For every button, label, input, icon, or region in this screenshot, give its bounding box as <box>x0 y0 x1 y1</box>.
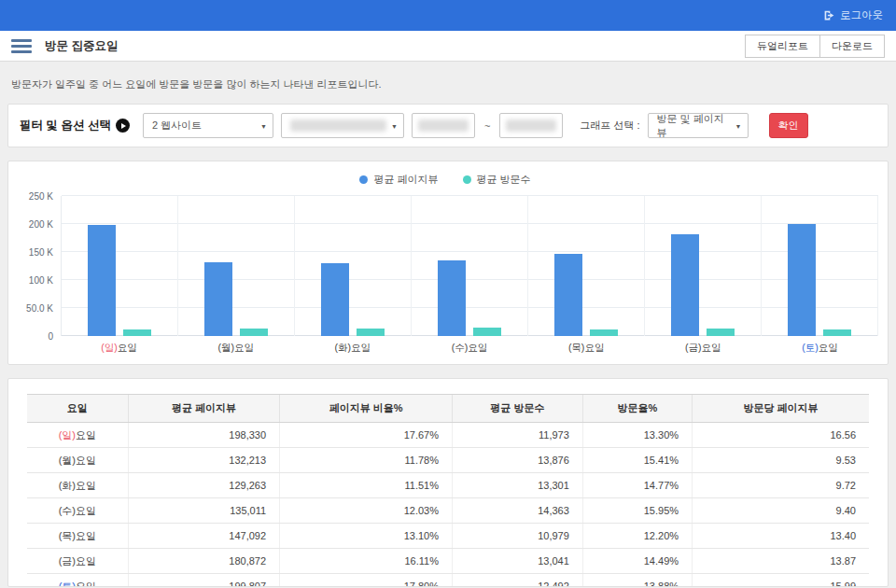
graph-type-select[interactable]: 방문 및 페이지뷰 ▼ <box>648 113 749 138</box>
day-cell: (금)요일 <box>27 549 128 574</box>
legend-dot-icon <box>359 175 368 184</box>
value-cell: 13.88% <box>582 574 692 588</box>
value-cell: 14.77% <box>582 473 692 498</box>
day-cell: (월)요일 <box>27 448 128 473</box>
bar-pageviews <box>204 262 232 336</box>
value-cell: 15.41% <box>582 448 692 473</box>
site-detail-select[interactable]: ▼ <box>281 113 404 138</box>
value-cell: 10,979 <box>453 524 583 549</box>
logout-button[interactable]: 로그아웃 <box>823 8 883 22</box>
legend-item[interactable]: 평균 페이지뷰 <box>359 173 438 187</box>
bar-visits <box>590 329 618 336</box>
logout-label: 로그아웃 <box>840 8 883 22</box>
value-cell: 11.78% <box>280 448 453 473</box>
value-cell: 15.95% <box>582 498 692 524</box>
bar-group <box>528 196 645 336</box>
bar-group <box>178 196 295 336</box>
day-cell: (토)요일 <box>27 574 128 588</box>
confirm-button[interactable]: 확인 <box>769 113 808 138</box>
column-header: 페이지뷰 비율% <box>280 395 453 423</box>
value-cell: 13.10% <box>280 524 453 549</box>
table-card: 요일평균 페이지뷰페이지뷰 비율%평균 방문수방문율%방문당 페이지뷰 (일)요… <box>7 378 889 587</box>
value-cell: 14,363 <box>453 498 583 524</box>
arrow-right-circle-icon <box>116 119 130 133</box>
download-button[interactable]: 다운로드 <box>819 35 885 58</box>
website-select[interactable]: 2 웹사이트 ▼ <box>143 113 273 138</box>
chart-card: 평균 페이지뷰평균 방문수 050.0 K100 K150 K200 K250 … <box>7 161 889 365</box>
bar-visits <box>473 328 501 336</box>
bar-groups <box>62 196 878 336</box>
y-axis: 050.0 K100 K150 K200 K250 K <box>12 196 61 336</box>
day-cell: (수)요일 <box>27 498 128 524</box>
bar-group <box>645 196 762 336</box>
top-navbar: 로그아웃 <box>0 0 896 31</box>
page-title: 방문 집중요일 <box>45 38 118 54</box>
bar-visits <box>123 329 151 336</box>
value-cell: 13,301 <box>453 473 583 498</box>
legend-item[interactable]: 평균 방문수 <box>463 173 531 187</box>
redacted-value <box>290 119 386 132</box>
y-axis-tick: 50.0 K <box>26 303 53 314</box>
bar-group <box>762 196 878 336</box>
table-row: (일)요일198,33017.67%11,97313.30%16.56 <box>27 423 869 448</box>
chevron-down-icon: ▼ <box>391 122 398 129</box>
table-row: (수)요일135,01112.03%14,36315.95%9.40 <box>27 498 869 524</box>
y-axis-tick: 150 K <box>29 247 53 258</box>
x-axis-label: (수)요일 <box>411 342 527 355</box>
date-end-input[interactable] <box>499 113 563 138</box>
bar-chart: 050.0 K100 K150 K200 K250 K <box>12 196 878 336</box>
value-cell: 12,492 <box>453 574 583 588</box>
column-header: 요일 <box>27 395 128 423</box>
table-row: (화)요일129,26311.51%13,30114.77%9.72 <box>27 473 869 498</box>
value-cell: 147,092 <box>128 524 279 549</box>
table-header-row: 요일평균 페이지뷰페이지뷰 비율%평균 방문수방문율%방문당 페이지뷰 <box>27 395 869 423</box>
filter-options-label: 필터 및 옵션 선택 <box>20 118 130 133</box>
sign-out-icon <box>823 9 835 21</box>
dual-report-button[interactable]: 듀얼리포트 <box>745 35 820 58</box>
value-cell: 13.87 <box>693 549 869 574</box>
day-cell: (화)요일 <box>27 473 128 498</box>
value-cell: 17.80% <box>280 574 453 588</box>
bar-group <box>412 196 528 336</box>
table-row: (토)요일199,80717.80%12,49213.88%15.99 <box>27 574 869 588</box>
value-cell: 9.72 <box>693 473 869 498</box>
bar-pageviews <box>321 263 349 336</box>
column-header: 방문당 페이지뷰 <box>693 395 869 423</box>
value-cell: 13.40 <box>693 524 869 549</box>
bar-pageviews <box>671 234 699 336</box>
y-axis-tick: 0 <box>48 331 53 342</box>
filter-bar: 필터 및 옵션 선택 2 웹사이트 ▼ ▼ ~ 그래프 선택 : 방문 및 페이… <box>7 104 889 147</box>
chevron-down-icon: ▼ <box>260 122 267 129</box>
bar-visits <box>357 329 385 336</box>
value-cell: 12.03% <box>280 498 453 524</box>
value-cell: 135,011 <box>128 498 279 524</box>
menu-icon[interactable] <box>11 39 32 53</box>
graph-select-label: 그래프 선택 : <box>580 119 639 133</box>
legend-label: 평균 방문수 <box>477 173 531 187</box>
plot-area <box>61 196 878 336</box>
day-cell: (일)요일 <box>27 423 128 448</box>
value-cell: 12.20% <box>582 524 692 549</box>
legend-label: 평균 페이지뷰 <box>373 173 438 187</box>
bar-visits <box>240 329 268 336</box>
column-header: 평균 페이지뷰 <box>128 395 279 423</box>
table-row: (월)요일132,21311.78%13,87615.41%9.53 <box>27 448 869 473</box>
x-axis-label: (일)요일 <box>61 342 177 355</box>
value-cell: 17.67% <box>280 423 453 448</box>
bar-visits <box>823 329 851 336</box>
value-cell: 13.30% <box>582 423 692 448</box>
value-cell: 132,213 <box>128 448 279 473</box>
bar-visits <box>707 329 735 336</box>
legend-dot-icon <box>463 175 471 184</box>
title-bar-actions: 듀얼리포트 다운로드 <box>745 35 885 58</box>
day-cell: (목)요일 <box>27 524 128 549</box>
value-cell: 198,330 <box>128 423 279 448</box>
y-axis-tick: 200 K <box>29 219 53 230</box>
date-range-separator: ~ <box>483 120 492 132</box>
column-header: 방문율% <box>582 395 692 423</box>
date-start-input[interactable] <box>412 113 475 138</box>
bar-group <box>62 196 178 336</box>
redacted-value <box>506 119 556 132</box>
table-row: (목)요일147,09213.10%10,97912.20%13.40 <box>27 524 869 549</box>
bar-pageviews <box>788 224 816 336</box>
